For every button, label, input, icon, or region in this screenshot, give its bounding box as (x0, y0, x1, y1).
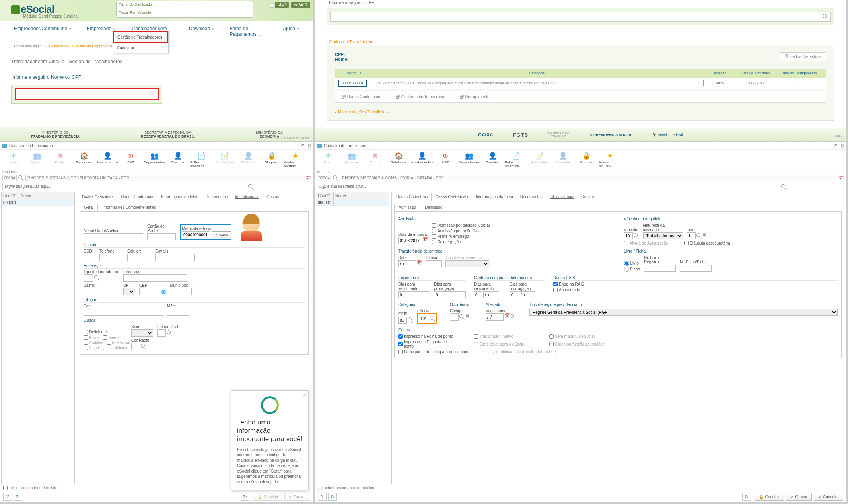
chk-cargo-acumulavel[interactable] (549, 342, 554, 346)
menu-empregado[interactable]: Empregado∨ (87, 26, 116, 37)
btn-refresh[interactable]: ↻ (14, 493, 22, 501)
col-codigo[interactable]: Códi ▽ (316, 192, 334, 199)
chk-clausula[interactable] (684, 241, 689, 245)
search-icon[interactable] (94, 275, 100, 281)
inp-nr-livro[interactable] (644, 265, 676, 272)
inp-esocial-cat[interactable] (419, 315, 429, 322)
chk-auditiva[interactable] (84, 341, 88, 345)
btn-sync[interactable]: ↻ (241, 493, 249, 501)
info-icon[interactable]: ⓘ (510, 313, 514, 321)
inp-mae[interactable] (167, 309, 189, 316)
chk-fisica[interactable] (84, 335, 88, 340)
chk-visual[interactable] (84, 346, 88, 350)
inp-nome-curto[interactable] (84, 233, 143, 240)
tab-inf-adicionais[interactable]: Inf. adicionais (546, 193, 578, 201)
chk-demitidos[interactable] (318, 486, 322, 490)
inp-causa[interactable] (426, 260, 442, 267)
grid-icon[interactable]: ▦ (466, 313, 469, 321)
btn-sync[interactable]: ↻ (742, 493, 751, 501)
col-codigo[interactable]: Códi ▽ (2, 192, 19, 199)
tb-folha-dinamica[interactable]: 📄Folha dinâmica (190, 151, 212, 168)
tb-eventos[interactable]: 👤Eventos (167, 151, 189, 168)
employee-avatar[interactable] (240, 214, 262, 240)
chk-etiqueta-ponto[interactable] (398, 342, 403, 346)
tb-cat[interactable]: ⊕CAT (434, 151, 457, 168)
btn-gerar-matricula[interactable]: ✔Gerar (212, 231, 231, 238)
calendar-icon[interactable]: 📅 (417, 260, 422, 267)
grid-icon[interactable]: ▦ (703, 232, 706, 239)
chk-intelectual[interactable] (107, 341, 111, 345)
tb-afastamentos[interactable]: 👤Afastamentos (96, 151, 119, 168)
tb-novo[interactable]: ✚Novo (317, 151, 339, 168)
inp-bairro[interactable] (84, 288, 119, 295)
inp-contr-venc[interactable] (474, 291, 482, 298)
calendar-icon[interactable]: 📅 (423, 237, 428, 244)
tb-contratar[interactable]: 👤Contratar (237, 151, 259, 168)
tab-gestao[interactable]: Gestão (578, 193, 597, 201)
chk-cota-deficientes[interactable] (398, 350, 403, 354)
inp-tipo-log[interactable] (84, 274, 93, 282)
sel-sexo[interactable] (131, 329, 153, 337)
inp-venc-atest[interactable] (486, 313, 504, 321)
col-nome[interactable]: Nome (19, 192, 74, 199)
sel-natureza[interactable]: Trabalhador rural (643, 232, 683, 239)
tab-desligamento[interactable]: 🗐 Desligamento (460, 95, 490, 99)
chk-aposentado[interactable] (553, 288, 558, 292)
inp-exp-prorr[interactable] (434, 291, 466, 298)
matricula-cell[interactable]: 00004000001 (338, 80, 367, 87)
search-icon[interactable] (430, 316, 436, 321)
inp-telefone[interactable] (99, 254, 123, 261)
tb-eventos[interactable]: 👤Eventos (481, 151, 504, 168)
tab-inf-folha[interactable]: Informações da folha (472, 193, 516, 201)
rad-ficha[interactable] (624, 267, 629, 272)
cpf-search-input[interactable] (330, 12, 831, 22)
subtab-demissao[interactable]: Demissão (420, 204, 447, 211)
popup-close-icon[interactable]: × (302, 393, 305, 398)
inp-celular[interactable] (127, 254, 151, 261)
switch-profile-link[interactable]: Trocar Perfil/Módulo (119, 10, 251, 14)
submenu-cadastrar[interactable]: Cadastrar (113, 43, 168, 53)
tb-dependentes[interactable]: 👥Dependentes (143, 151, 165, 168)
grid-row[interactable]: 000001 (316, 199, 389, 206)
btn-cancelar[interactable]: ⊘Cancelar (814, 493, 843, 501)
calendar-icon[interactable]: 📅 (305, 175, 311, 181)
search-icon[interactable] (634, 233, 639, 239)
chk-folha-ponto[interactable] (398, 334, 403, 339)
chk-adm-fiscal[interactable] (432, 229, 436, 233)
close-icon[interactable]: ⊠ (841, 144, 844, 148)
tab-inf-adicionais[interactable]: Inf. adicionais (231, 193, 263, 201)
search-icon[interactable] (333, 175, 338, 181)
tab-dados-contratuais[interactable]: Dados Contratuais (117, 193, 158, 201)
tb-excluir[interactable]: ✖Excluir (49, 151, 72, 168)
chk-sem-matricula[interactable] (549, 334, 554, 339)
tb-anotacoes[interactable]: 📝Anotações (528, 151, 550, 168)
tab-documentos[interactable]: Documentos (517, 193, 546, 201)
tb-bloqueio[interactable]: 🔒Bloqueio (575, 151, 597, 168)
inp-data-entrada[interactable] (398, 237, 422, 244)
rad-livro[interactable] (624, 261, 629, 266)
search-input[interactable] (2, 183, 246, 190)
subtab-inf-compl[interactable]: Informações Complementares (98, 204, 160, 211)
search-icon[interactable] (696, 233, 702, 239)
chk-identificar-ret[interactable] (490, 350, 494, 354)
tb-afastamentos[interactable]: 👤Afastamentos (411, 151, 433, 168)
inp-endereco[interactable] (123, 274, 187, 282)
lookup-cep-icon[interactable]: 🌐 (161, 290, 166, 294)
btn-refresh[interactable]: ↻ (328, 493, 337, 501)
close-icon[interactable]: ⊠ (308, 144, 311, 148)
inp-ddd[interactable] (84, 254, 95, 261)
btn-gravar[interactable]: ✔Gravar (786, 493, 812, 501)
inp-contr-prorr[interactable] (510, 291, 518, 298)
search-icon[interactable] (248, 184, 254, 190)
grid-row[interactable]: 000001 (2, 199, 74, 206)
inp-contr-venc-date[interactable] (483, 291, 499, 298)
dados-cadastrais-button[interactable]: 🗐 Dados Cadastrais (780, 52, 826, 61)
chk-considerar-esocial[interactable] (474, 342, 478, 346)
empresa-num-input[interactable]: 00004 (2, 175, 17, 181)
col-nome[interactable]: Nome (334, 192, 389, 199)
tab-dados-contratuais[interactable]: 🗐 Dados Contratuais (342, 95, 380, 99)
tb-dependentes[interactable]: 👥Dependentes (458, 151, 480, 168)
tb-duplicar[interactable]: 👥Duplicar (26, 151, 48, 168)
chk-alvara[interactable] (624, 241, 628, 245)
calendar-icon[interactable]: 📅 (504, 313, 509, 321)
